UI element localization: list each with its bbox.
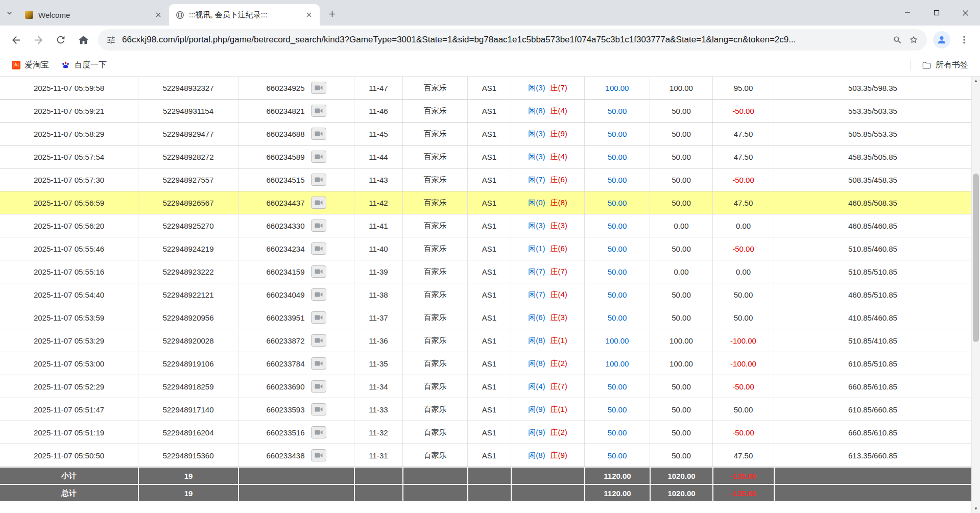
balance-cell: 460.85/508.35 [774,191,971,214]
bookmark-star-icon[interactable] [909,35,919,45]
player-points: 闲(8) [528,106,545,116]
round-cell: 11-37 [354,306,402,329]
table-row[interactable]: 2025-11-07 05:57:30 522948927557 6602345… [0,168,971,191]
video-replay-icon[interactable] [311,242,326,255]
bet-detail-cell: 闲(3) 庄(4) [511,145,584,168]
video-replay-icon[interactable] [311,426,326,438]
table-row[interactable]: 2025-11-07 05:51:19 522948916204 6602335… [0,421,971,444]
valid-amount-cell: 50.00 [650,237,712,260]
table-row[interactable]: 2025-11-07 05:57:54 522948928272 6602345… [0,145,971,168]
player-points: 闲(1) [528,244,545,254]
bet-time-cell: 2025-11-07 05:56:59 [0,191,138,214]
scroll-down-arrow-icon[interactable]: ▼ [972,504,980,513]
table-row[interactable]: 2025-11-07 05:53:29 522948920028 6602338… [0,329,971,352]
valid-amount-cell: 50.00 [650,421,712,444]
welcome-favicon-icon [25,10,34,19]
all-bookmarks-button[interactable]: 所有书签 [917,57,973,73]
bet-time-cell: 2025-11-07 05:59:21 [0,100,138,122]
video-replay-icon[interactable] [311,197,326,209]
table-row[interactable]: 2025-11-07 05:50:50 522948915360 6602334… [0,444,971,467]
video-replay-icon[interactable] [311,380,326,393]
scrollbar-thumb[interactable] [973,174,979,342]
table-row[interactable]: 2025-11-07 05:56:20 522948925270 6602343… [0,214,971,237]
banker-points: 庄(4) [551,106,567,116]
table-row[interactable]: 2025-11-07 05:59:21 522948931154 6602348… [0,100,971,123]
video-replay-icon[interactable] [311,357,326,370]
navigation-bar: 66cxkj98.com/ipl/portal.php/game/betreco… [0,26,980,54]
video-replay-icon[interactable] [311,105,326,117]
maximize-button[interactable] [922,0,951,26]
bet-id-text: 660234330 [266,222,304,230]
video-replay-icon[interactable] [311,82,326,94]
table-row[interactable]: 2025-11-07 05:51:47 522948917140 6602335… [0,398,971,421]
table-row[interactable]: 2025-11-07 05:59:58 522948932327 6602349… [0,77,971,100]
profile-avatar[interactable] [931,29,952,51]
summary-win-loss-cell: -135.00 [712,485,774,501]
back-button[interactable] [5,29,27,51]
bet-id-cell: 660233438 [238,444,354,467]
game-type-cell: 百家乐 [402,352,467,375]
table-row[interactable]: 2025-11-07 05:55:46 522948924219 6602342… [0,237,971,260]
round-cell: 11-32 [354,421,402,444]
bookmark-aitaobao[interactable]: 淘 爱淘宝 [7,57,54,73]
table-row[interactable]: 2025-11-07 05:52:29 522948918259 6602336… [0,375,971,398]
table-row[interactable]: 2025-11-07 05:55:16 522948923222 6602341… [0,260,971,283]
tab-close-icon[interactable] [153,9,164,20]
new-tab-button[interactable] [324,6,340,22]
balance-cell: 458.35/505.85 [774,145,971,168]
valid-amount-cell: 0.00 [650,260,712,283]
bet-id-cell: 660234688 [238,123,354,145]
balance-cell: 410.85/460.85 [774,306,971,329]
game-type-cell: 百家乐 [402,191,467,214]
video-replay-icon[interactable] [311,151,326,163]
table-row[interactable]: 2025-11-07 05:58:29 522948929477 6602346… [0,123,971,145]
forward-button[interactable] [28,29,49,51]
bookmarks-divider [911,60,911,71]
tab-search-button[interactable] [0,0,18,26]
round-cell: 11-41 [354,214,402,237]
tab-welcome[interactable]: Welcome [18,4,169,26]
bet-detail-cell: 闲(8) 庄(2) [511,352,584,375]
banker-points: 庄(3) [551,313,567,323]
reload-button[interactable] [50,29,71,51]
vertical-scrollbar[interactable]: ▲ ▼ [971,77,980,513]
player-points: 闲(4) [528,382,545,392]
valid-amount-cell: 50.00 [650,168,712,191]
tab-bet-records[interactable]: :::视讯, 会员下注纪录::: [169,4,320,26]
menu-kebab-button[interactable] [953,29,975,51]
video-replay-icon[interactable] [311,403,326,416]
table-row[interactable]: 2025-11-07 05:53:00 522948919106 6602337… [0,352,971,375]
video-replay-icon[interactable] [311,449,326,461]
player-points: 闲(8) [528,451,545,460]
video-replay-icon[interactable] [311,288,326,301]
bet-amount-cell: 50.00 [584,375,650,398]
video-replay-icon[interactable] [311,334,326,347]
site-settings-icon[interactable] [106,35,116,45]
player-points: 闲(3) [528,83,545,93]
address-bar[interactable]: 66cxkj98.com/ipl/portal.php/game/betreco… [98,29,927,51]
tab-close-icon[interactable] [303,9,315,20]
round-cell: 11-34 [354,375,402,398]
bet-id-text: 660234821 [266,107,304,115]
video-replay-icon[interactable] [311,219,326,232]
close-window-button[interactable] [951,0,980,26]
minimize-icon [904,10,911,16]
video-replay-icon[interactable] [311,174,326,186]
zoom-icon[interactable] [893,35,902,45]
home-button[interactable] [73,29,94,51]
video-replay-icon[interactable] [311,128,326,140]
video-replay-icon[interactable] [311,265,326,278]
minimize-button[interactable] [893,0,922,26]
video-replay-icon[interactable] [311,311,326,324]
table-name-cell: AS1 [467,375,511,398]
order-number-cell: 522948920028 [138,329,238,352]
table-row[interactable]: 2025-11-07 05:54:40 522948922121 6602340… [0,283,971,306]
bet-amount-cell: 50.00 [584,145,650,168]
table-row[interactable]: 2025-11-07 05:56:59 522948926567 6602344… [0,191,971,214]
bookmark-baidu[interactable]: 百度一下 [57,57,111,73]
order-number-cell: 522948917140 [138,398,238,421]
url-text[interactable]: 66cxkj98.com/ipl/portal.php/game/betreco… [122,35,887,45]
scroll-up-arrow-icon[interactable]: ▲ [972,77,980,85]
table-row[interactable]: 2025-11-07 05:53:59 522948920956 6602339… [0,306,971,329]
bet-id-text: 660233516 [266,428,304,437]
